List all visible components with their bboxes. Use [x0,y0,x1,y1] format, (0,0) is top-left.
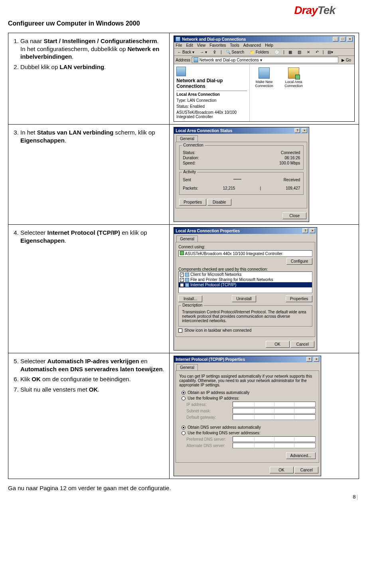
views-icon[interactable]: ▤▾ [326,49,335,55]
radio-auto-dns[interactable]: Obtain DNS server address automatically [182,425,316,430]
cancel-button[interactable]: Cancel [294,467,318,473]
step-6: Klik OK om de configuratie te beëindigen… [20,375,165,383]
properties-button[interactable]: Properties [286,295,313,302]
address-input[interactable]: Network and Dial-up Connections ▾ [192,57,338,63]
go-button[interactable]: ▶ Go [340,57,353,63]
tcpip-title: Internet Protocol (TCP/IP) Properties [176,357,245,362]
tab-general[interactable]: General [176,364,198,370]
lan-icon [288,67,299,79]
moveto-icon[interactable]: ▦ [287,49,294,55]
components-listbox[interactable]: ✓Client for Microsoft Networks ✓File and… [178,271,312,293]
step-cell-1-2: Ga naar Start / Instellingen / Configura… [8,33,170,125]
lac-props-titlebar[interactable]: Local Area Connection Properties ? × [174,228,317,234]
step-4: Selecteer Internet Protocol (TCP/IP) en … [20,229,165,244]
menu-tools[interactable]: Tools [230,43,239,48]
step-cell-4: Selecteer Internet Protocol (TCP/IP) en … [8,225,170,353]
lac-status-window: Local Area Connection Status ? × General… [174,127,309,222]
screenshot-cell-explorer: Network and Dial-up Connections _ □ × Fi… [170,33,359,125]
lac-status-titlebar[interactable]: Local Area Connection Status ? × [174,127,309,134]
lac-props-title: Local Area Connection Properties [176,229,240,233]
minimize-icon[interactable]: _ [333,37,338,42]
nic-icon [180,251,184,255]
copyto-icon[interactable]: ▧ [296,49,303,55]
menu-help[interactable]: Help [265,43,273,48]
ok-button[interactable]: OK [266,341,290,348]
checkbox-icon[interactable]: ✓ [180,273,184,277]
cancel-button[interactable]: Cancel [290,341,314,348]
menu-advanced[interactable]: Advanced [243,43,261,48]
lac-properties-window: Local Area Connection Properties ? × Gen… [174,227,317,350]
folder-large-icon [176,67,186,76]
explorer-titlebar[interactable]: Network and Dial-up Connections _ □ × [174,36,354,42]
explorer-icon-area: Make New Connection Local Area Connectio… [250,64,354,121]
menu-edit[interactable]: Edit [186,43,193,48]
ok-button[interactable]: OK [270,467,294,473]
explorer-title: Network and Dial-up Connections [182,37,246,42]
maximize-icon[interactable]: □ [340,37,345,42]
close-icon[interactable]: × [302,128,307,133]
group-description: Description Transmission Control Protoco… [178,305,312,327]
help-icon[interactable]: ? [306,357,312,362]
help-icon[interactable]: ? [302,228,308,233]
close-button[interactable]: Close [282,212,306,219]
radio-static-ip[interactable]: Use the following IP address: [182,396,316,400]
tcpip-titlebar[interactable]: Internet Protocol (TCP/IP) Properties ? … [174,356,321,362]
preferred-dns-field: Preferred DNS server: [186,436,316,442]
forward-button[interactable]: → ▾ [198,49,209,55]
protocol-icon [185,283,189,287]
properties-button[interactable]: Properties [179,199,206,206]
subnet-mask-field: Subnet mask: [186,408,316,414]
history-icon[interactable]: 🕘 [273,49,281,55]
explorer-menubar: File Edit View Favorites Tools Advanced … [174,42,354,49]
packets-received: 109,427 [286,186,300,190]
close-icon[interactable]: × [314,357,319,362]
tab-general[interactable]: General [176,135,198,142]
tcpip-blurb: You can get IP settings assigned automat… [179,374,316,387]
close-icon[interactable]: × [347,37,353,42]
description-text: Transmission Control Protocol/Internet P… [182,310,309,323]
show-icon-checkbox[interactable] [178,329,182,333]
step-2: Dubbel klik op LAN verbinding. [20,63,165,71]
help-icon[interactable]: ? [294,128,300,133]
disable-button[interactable]: Disable [207,199,231,206]
step-3: In het Status van LAN verbinding scherm,… [20,129,165,144]
duration-value: 06:16:26 [284,156,300,160]
search-button[interactable]: 🔍 Search [224,49,246,55]
group-activity: Activity Sent Received Packets: 12,215 |… [179,172,304,195]
install-button[interactable]: Install... [178,295,202,302]
radio-auto-ip[interactable]: Obtain an IP address automatically [182,390,316,395]
checkbox-icon[interactable]: ✓ [180,283,184,287]
logo-part1: Dray [294,4,318,16]
back-button[interactable]: ← Back ▾ [176,49,196,55]
folders-button[interactable]: 📁 Folders [248,49,270,55]
make-new-connection-icon[interactable]: Make New Connection [253,67,275,88]
wizard-icon [259,67,270,79]
local-area-connection-icon[interactable]: Local Area Connection [282,67,305,88]
step-cell-5-6-7: Selecteer Automatisch IP-adres verkrijge… [8,353,170,479]
address-bar: Address Network and Dial-up Connections … [174,56,354,64]
up-button[interactable]: ⮸ [211,49,218,55]
components-label: Components checked are used by this conn… [178,267,312,271]
delete-icon[interactable]: ✕ [305,49,312,55]
advanced-button[interactable]: Advanced... [286,452,316,459]
configure-button[interactable]: Configure [286,258,312,265]
instruction-table: Ga naar Start / Instellingen / Configura… [8,33,359,479]
menu-view[interactable]: View [197,43,206,48]
speed-value: 100.0 Mbps [279,161,300,165]
logo-part2: Tek [318,4,335,16]
uninstall-button[interactable]: Uninstall [232,295,256,302]
checkbox-icon[interactable]: ✓ [180,278,184,282]
radio-icon [182,431,186,435]
info-pane-title: Network and Dial-up Connections [176,78,247,89]
radio-icon [182,426,186,430]
undo-icon[interactable]: ↶ [314,49,320,55]
close-icon[interactable]: × [310,228,315,233]
tab-general[interactable]: General [176,236,198,242]
radio-static-dns[interactable]: Use the following DNS server addresses: [182,431,316,435]
connect-using-label: Connect using: [178,245,312,249]
explorer-toolbar: ← Back ▾ → ▾ ⮸ | 🔍 Search 📁 Folders 🕘 | … [174,49,354,56]
page-title: Configureer uw Computer in Windows 2000 [8,20,359,27]
menu-file[interactable]: File [176,43,182,48]
client-icon [185,273,189,277]
menu-favorites[interactable]: Favorites [209,43,226,48]
